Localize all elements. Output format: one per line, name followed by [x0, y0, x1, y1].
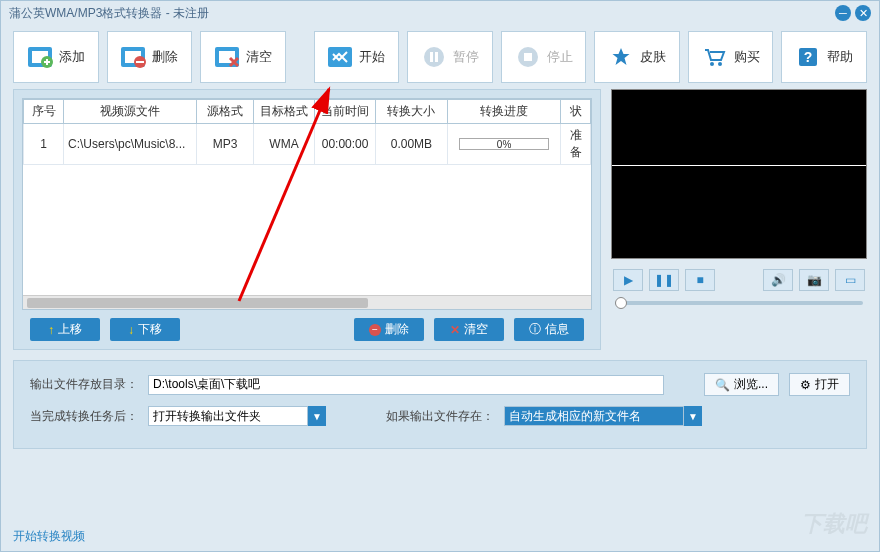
after-convert-combo[interactable]: ▼ [148, 406, 326, 426]
progress-cell: 0% [447, 124, 561, 165]
col-status[interactable]: 状 [561, 100, 591, 124]
output-dir-input[interactable] [148, 375, 664, 395]
info-button[interactable]: ⓘ信息 [514, 318, 584, 341]
window-controls: ─ ✕ [835, 5, 871, 21]
title-bar: 蒲公英WMA/MP3格式转换器 - 未注册 ─ ✕ [1, 1, 879, 25]
svg-rect-11 [430, 52, 433, 62]
file-table: 序号 视频源文件 源格式 目标格式 当前时间 转换大小 转换进度 状 1 C:\… [22, 98, 592, 310]
svg-rect-9 [328, 47, 352, 67]
window-title: 蒲公英WMA/MP3格式转换器 - 未注册 [9, 5, 209, 22]
volume-button[interactable]: 🔊 [763, 269, 793, 291]
move-down-button[interactable]: ↓下移 [110, 318, 180, 341]
col-source[interactable]: 视频源文件 [64, 100, 197, 124]
svg-point-16 [718, 62, 722, 66]
toolbar: 添加 删除 清空 开始 暂停 停止 皮肤 购买 ? 帮助 [1, 25, 879, 89]
x-icon: ✕ [450, 323, 460, 337]
list-clear-button[interactable]: ✕清空 [434, 318, 504, 341]
move-up-button[interactable]: ↑上移 [30, 318, 100, 341]
chevron-down-icon[interactable]: ▼ [684, 406, 702, 426]
info-icon: ⓘ [529, 321, 541, 338]
delete-button[interactable]: 删除 [107, 31, 193, 83]
browse-button[interactable]: 🔍浏览... [704, 373, 779, 396]
col-size[interactable]: 转换大小 [376, 100, 448, 124]
table-header-row: 序号 视频源文件 源格式 目标格式 当前时间 转换大小 转换进度 状 [24, 100, 591, 124]
help-icon: ? [795, 44, 821, 70]
table-row[interactable]: 1 C:\Users\pc\Music\8... MP3 WMA 00:00:0… [24, 124, 591, 165]
search-icon: 🔍 [715, 378, 730, 392]
gear-icon: ⚙ [800, 378, 811, 392]
seek-slider[interactable] [611, 295, 867, 311]
media-stop-button[interactable]: ■ [685, 269, 715, 291]
col-tgtfmt[interactable]: 目标格式 [253, 100, 314, 124]
col-time[interactable]: 当前时间 [315, 100, 376, 124]
minus-icon: − [369, 324, 381, 336]
start-button[interactable]: 开始 [314, 31, 400, 83]
down-arrow-icon: ↓ [128, 323, 134, 337]
video-preview[interactable] [611, 89, 867, 259]
svg-rect-12 [435, 52, 438, 62]
stop-button[interactable]: 停止 [501, 31, 587, 83]
col-srcfmt[interactable]: 源格式 [197, 100, 254, 124]
output-panel: 输出文件存放目录： 🔍浏览... ⚙打开 当完成转换任务后： ▼ 如果输出文件存… [13, 360, 867, 449]
film-remove-icon [120, 44, 146, 70]
close-button[interactable]: ✕ [855, 5, 871, 21]
output-dir-label: 输出文件存放目录： [30, 376, 138, 393]
buy-button[interactable]: 购买 [688, 31, 774, 83]
shuffle-icon [327, 44, 353, 70]
horizontal-scrollbar[interactable] [23, 295, 591, 309]
list-delete-button[interactable]: −删除 [354, 318, 424, 341]
snapshot-button[interactable]: 📷 [799, 269, 829, 291]
minimize-button[interactable]: ─ [835, 5, 851, 21]
cart-icon [702, 44, 728, 70]
file-list-pane: 序号 视频源文件 源格式 目标格式 当前时间 转换大小 转换进度 状 1 C:\… [13, 89, 601, 350]
media-controls: ▶ ❚❚ ■ 🔊 📷 ▭ [611, 259, 867, 295]
svg-rect-14 [524, 53, 532, 61]
clear-button[interactable]: 清空 [200, 31, 286, 83]
col-progress[interactable]: 转换进度 [447, 100, 561, 124]
media-pause-button[interactable]: ❚❚ [649, 269, 679, 291]
add-button[interactable]: 添加 [13, 31, 99, 83]
help-button[interactable]: ? 帮助 [781, 31, 867, 83]
fullscreen-button[interactable]: ▭ [835, 269, 865, 291]
footer-link[interactable]: 开始转换视频 [13, 528, 85, 545]
svg-point-10 [424, 47, 444, 67]
up-arrow-icon: ↑ [48, 323, 54, 337]
main-area: 序号 视频源文件 源格式 目标格式 当前时间 转换大小 转换进度 状 1 C:\… [1, 89, 879, 350]
star-icon [608, 44, 634, 70]
svg-point-15 [710, 62, 714, 66]
film-clear-icon [214, 44, 240, 70]
after-convert-label: 当完成转换任务后： [30, 408, 138, 425]
svg-text:?: ? [804, 49, 813, 65]
open-button[interactable]: ⚙打开 [789, 373, 850, 396]
play-button[interactable]: ▶ [613, 269, 643, 291]
chevron-down-icon[interactable]: ▼ [308, 406, 326, 426]
film-add-icon [27, 44, 53, 70]
file-exists-label: 如果输出文件存在： [386, 408, 494, 425]
file-exists-combo[interactable]: ▼ [504, 406, 702, 426]
stop-icon [515, 44, 541, 70]
pause-button[interactable]: 暂停 [407, 31, 493, 83]
svg-rect-6 [136, 61, 144, 63]
list-buttons: ↑上移 ↓下移 −删除 ✕清空 ⓘ信息 [22, 310, 592, 341]
pause-icon [421, 44, 447, 70]
preview-pane: ▶ ❚❚ ■ 🔊 📷 ▭ [611, 89, 867, 350]
watermark: 下载吧 [801, 509, 867, 539]
col-index[interactable]: 序号 [24, 100, 64, 124]
skin-button[interactable]: 皮肤 [594, 31, 680, 83]
